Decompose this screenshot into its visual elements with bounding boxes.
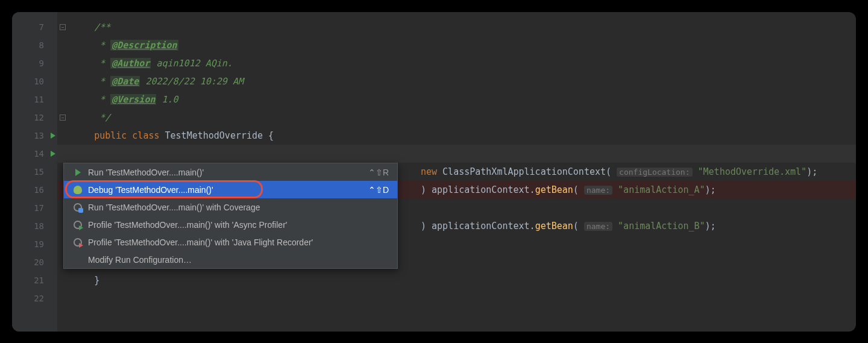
line-number[interactable]: 20 xyxy=(12,253,57,271)
line-number-run[interactable]: 13 xyxy=(12,127,57,145)
play-icon xyxy=(72,167,83,178)
code-line[interactable]: * @Version 1.0 xyxy=(57,90,856,109)
blank-icon xyxy=(72,254,83,265)
menu-item-profile-async[interactable]: Profile 'TestMethodOver....main()' with … xyxy=(64,216,397,233)
menu-item-shortcut: ⌃⇧R xyxy=(368,168,389,177)
profile-icon xyxy=(72,219,83,230)
line-number[interactable]: 19 xyxy=(12,235,57,253)
menu-item-run[interactable]: Run 'TestMethodOver....main()' ⌃⇧R xyxy=(64,163,397,181)
profile-icon xyxy=(72,237,83,248)
code-line[interactable]: public class TestMethodOverride { xyxy=(57,127,856,145)
coverage-icon xyxy=(72,202,83,213)
code-editor: 7 8 9 10 11 12 13 14 15 16 17 18 19 20 2… xyxy=(12,12,856,332)
menu-item-label: Run 'TestMethodOver....main()' xyxy=(88,168,368,177)
context-menu: Run 'TestMethodOver....main()' ⌃⇧R Debug… xyxy=(63,163,398,269)
line-number[interactable]: 8 xyxy=(12,36,57,54)
menu-item-modify-config[interactable]: Modify Run Configuration… xyxy=(64,251,397,268)
line-number[interactable]: 18 xyxy=(12,217,57,235)
menu-item-label: Run 'TestMethodOver....main()' with Cove… xyxy=(88,203,389,212)
menu-item-label: Profile 'TestMethodOver....main()' with … xyxy=(88,220,389,230)
menu-item-profile-jfr[interactable]: Profile 'TestMethodOver....main()' with … xyxy=(64,233,397,251)
code-line[interactable]: } xyxy=(57,271,856,289)
menu-item-label: Debug 'TestMethodOver....main()' xyxy=(88,185,368,195)
line-number-run[interactable]: 14 xyxy=(12,145,57,163)
menu-item-coverage[interactable]: Run 'TestMethodOver....main()' with Cove… xyxy=(64,198,397,216)
code-line[interactable]: * @Author aqin1012 AQin. xyxy=(57,54,856,72)
line-number[interactable]: 17 xyxy=(12,199,57,217)
gutter: 7 8 9 10 11 12 13 14 15 16 17 18 19 20 2… xyxy=(12,12,57,332)
code-line[interactable]: * @Description xyxy=(57,36,856,54)
code-line[interactable]: * @Date 2022/8/22 10:29 AM xyxy=(57,72,856,90)
menu-item-debug[interactable]: Debug 'TestMethodOver....main()' ⌃⇧D xyxy=(64,181,397,198)
fold-column xyxy=(57,18,68,127)
code-line[interactable] xyxy=(57,145,856,163)
code-line[interactable]: /** xyxy=(57,18,856,36)
line-number[interactable]: 16 xyxy=(12,181,57,199)
menu-item-label: Modify Run Configuration… xyxy=(88,255,389,265)
line-number[interactable]: 21 xyxy=(12,271,57,289)
fold-icon[interactable] xyxy=(60,115,66,121)
code-line[interactable] xyxy=(57,289,856,307)
line-number[interactable]: 9 xyxy=(12,54,57,72)
fold-icon[interactable] xyxy=(60,24,66,30)
line-number[interactable]: 11 xyxy=(12,90,57,109)
line-number[interactable]: 7 xyxy=(12,18,57,36)
code-line[interactable]: */ xyxy=(57,109,856,127)
line-number[interactable]: 15 xyxy=(12,163,57,181)
line-number[interactable]: 12 xyxy=(12,109,57,127)
line-number[interactable]: 22 xyxy=(12,289,57,307)
line-number[interactable]: 10 xyxy=(12,72,57,90)
bug-icon xyxy=(72,184,83,195)
menu-item-shortcut: ⌃⇧D xyxy=(368,185,389,195)
menu-item-label: Profile 'TestMethodOver....main()' with … xyxy=(88,238,389,247)
